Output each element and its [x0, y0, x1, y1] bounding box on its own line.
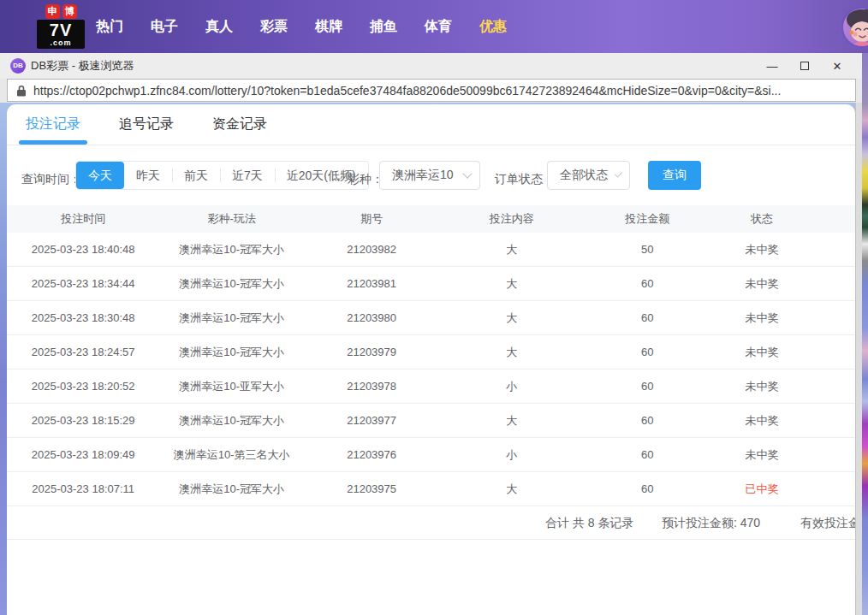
- cell-time: 2025-03-23 18:24:57: [7, 346, 159, 358]
- minimize-button[interactable]: —: [756, 53, 788, 79]
- cell-status: 未中奖: [711, 379, 813, 394]
- table-row: 2025-03-23 18:30:48 澳洲幸运10-冠军大小 21203980…: [7, 301, 855, 335]
- summary-expected-amount: 预计投注金额: 470: [662, 506, 760, 540]
- status-filter-label: 订单状态：: [495, 164, 555, 193]
- time-option-yesterday[interactable]: 昨天: [124, 162, 172, 189]
- table-row: 2025-03-23 18:15:29 澳洲幸运10-冠军大小 21203977…: [7, 404, 855, 438]
- cell-game: 澳洲幸运10-冠军大小: [159, 276, 303, 292]
- logo-badge-shen: 申: [45, 4, 60, 19]
- close-button[interactable]: ✕: [821, 53, 853, 79]
- active-tab-underline: [19, 140, 87, 145]
- cell-game: 澳洲幸运10-冠军大小: [159, 413, 303, 429]
- cell-issue: 21203980: [304, 311, 440, 324]
- cell-amount: 60: [584, 414, 711, 427]
- time-option-today[interactable]: 今天: [76, 162, 124, 189]
- summary-bar: 合计 共 8 条记录 预计投注金额: 470 有效投注金额: [7, 506, 855, 540]
- maximize-button[interactable]: [788, 53, 821, 79]
- time-option-7days[interactable]: 近7天: [220, 162, 275, 189]
- cell-time: 2025-03-23 18:09:49: [7, 448, 159, 461]
- nav-item-cards[interactable]: 棋牌: [313, 15, 344, 39]
- chevron-down-icon: [615, 169, 622, 177]
- col-header-issue: 期号: [304, 211, 440, 227]
- cell-time: 2025-03-23 18:07:11: [7, 482, 159, 495]
- cell-time: 2025-03-23 18:30:48: [7, 311, 159, 324]
- cell-amount: 60: [584, 311, 711, 324]
- avatar-image: [841, 7, 868, 48]
- col-header-content: 投注内容: [439, 211, 583, 227]
- time-option-day-before[interactable]: 前天: [172, 162, 220, 189]
- status-select[interactable]: 全部状态: [547, 161, 630, 190]
- lottery-select-value: 澳洲幸运10: [392, 168, 454, 183]
- col-header-game: 彩种-玩法: [159, 211, 303, 227]
- cell-content: 小: [439, 379, 583, 394]
- cell-game: 澳洲幸运10-冠军大小: [159, 242, 303, 257]
- cell-amount: 50: [584, 243, 711, 256]
- cell-time: 2025-03-23 18:15:29: [7, 414, 159, 427]
- user-avatar[interactable]: [841, 7, 868, 48]
- lottery-filter-label: 彩种：: [348, 164, 383, 193]
- nav-item-promo[interactable]: 优惠: [478, 15, 508, 39]
- window-title: DB彩票 - 极速浏览器: [31, 53, 134, 79]
- cell-amount: 60: [584, 448, 711, 461]
- summary-valid-amount: 有效投注金额: [800, 506, 855, 540]
- search-button[interactable]: 查询: [648, 161, 701, 190]
- tab-chase-records[interactable]: 追号记录: [119, 115, 174, 133]
- site-logo[interactable]: 申 博 7V .com: [36, 4, 86, 49]
- col-header-status: 状态: [711, 211, 813, 227]
- chevron-down-icon: [462, 169, 472, 178]
- tab-fund-records[interactable]: 资金记录: [212, 115, 267, 133]
- cell-amount: 60: [584, 380, 711, 393]
- cell-status: 未中奖: [711, 413, 813, 429]
- cell-issue: 21203977: [304, 414, 440, 427]
- records-panel: 投注记录 追号记录 资金记录 查询时间： 今天 昨天 前天 近7天 近20天(低…: [7, 104, 855, 615]
- lock-icon: [16, 85, 27, 97]
- cell-amount: 60: [584, 277, 711, 290]
- table-row: 2025-03-23 18:07:11 澳洲幸运10-冠军大小 21203975…: [7, 472, 855, 506]
- cell-game: 澳洲幸运10-冠军大小: [159, 482, 303, 497]
- time-filter-group: 今天 昨天 前天 近7天 近20天(低频): [75, 161, 369, 190]
- logo-block: 7V .com: [37, 20, 85, 49]
- col-header-amount: 投注金额: [584, 211, 711, 227]
- cell-status: 未中奖: [711, 310, 813, 326]
- cell-content: 大: [439, 276, 583, 292]
- nav-item-hot[interactable]: 热门: [94, 15, 125, 39]
- browser-urlbar: https://ctop02pchwp1.zfnc84.com/lottery/…: [0, 79, 862, 103]
- logo-suffix-text: .com: [37, 39, 85, 47]
- logo-main-text: 7V: [37, 21, 85, 39]
- filter-bar: 查询时间： 今天 昨天 前天 近7天 近20天(低频) 彩种： 澳洲幸运10 订…: [7, 145, 855, 205]
- cell-issue: 21203979: [304, 346, 440, 358]
- table-row: 2025-03-23 18:24:57 澳洲幸运10-冠军大小 21203979…: [7, 335, 855, 370]
- nav-item-sports[interactable]: 体育: [423, 15, 454, 39]
- table-header: 投注时间 彩种-玩法 期号 投注内容 投注金额 状态: [7, 205, 855, 233]
- nav-item-slots[interactable]: 电子: [149, 15, 180, 39]
- cell-game: 澳洲幸运10-冠军大小: [159, 310, 303, 326]
- nav-item-live[interactable]: 真人: [204, 15, 235, 39]
- db-browser-icon: DB: [10, 58, 26, 74]
- browser-scrollbar[interactable]: [855, 103, 862, 615]
- cell-issue: 21203975: [304, 482, 440, 495]
- cell-issue: 21203976: [304, 448, 440, 461]
- cell-content: 大: [439, 482, 583, 497]
- cell-status: 未中奖: [711, 345, 813, 360]
- address-bar[interactable]: https://ctop02pchwp1.zfnc84.com/lottery/…: [7, 79, 856, 102]
- table-row: 2025-03-23 18:34:44 澳洲幸运10-冠军大小 21203981…: [7, 267, 855, 301]
- screen: 申 博 7V .com 热门 电子 真人 彩票 棋牌 捕鱼 体育 优惠: [0, 0, 868, 615]
- cell-status: 已中奖: [711, 482, 813, 497]
- summary-total-count: 合计 共 8 条记录: [545, 506, 633, 540]
- cell-amount: 60: [584, 482, 711, 495]
- cell-content: 大: [439, 310, 583, 326]
- cell-time: 2025-03-23 18:34:44: [7, 277, 159, 290]
- col-header-time: 投注时间: [7, 211, 159, 227]
- cell-status: 未中奖: [711, 276, 813, 292]
- table-row: 2025-03-23 18:40:48 澳洲幸运10-冠军大小 21203982…: [7, 233, 855, 267]
- nav-item-lottery[interactable]: 彩票: [259, 15, 289, 39]
- cell-content: 大: [439, 242, 583, 257]
- nav-item-fishing[interactable]: 捕鱼: [368, 15, 399, 39]
- tab-bet-records[interactable]: 投注记录: [26, 115, 80, 133]
- cell-time: 2025-03-23 18:40:48: [7, 243, 159, 256]
- cell-content: 大: [439, 413, 583, 429]
- cell-amount: 60: [584, 346, 711, 358]
- lottery-select[interactable]: 澳洲幸运10: [379, 161, 480, 190]
- close-icon: ✕: [833, 60, 842, 73]
- table-row: 2025-03-23 18:20:52 澳洲幸运10-亚军大小 21203978…: [7, 370, 855, 404]
